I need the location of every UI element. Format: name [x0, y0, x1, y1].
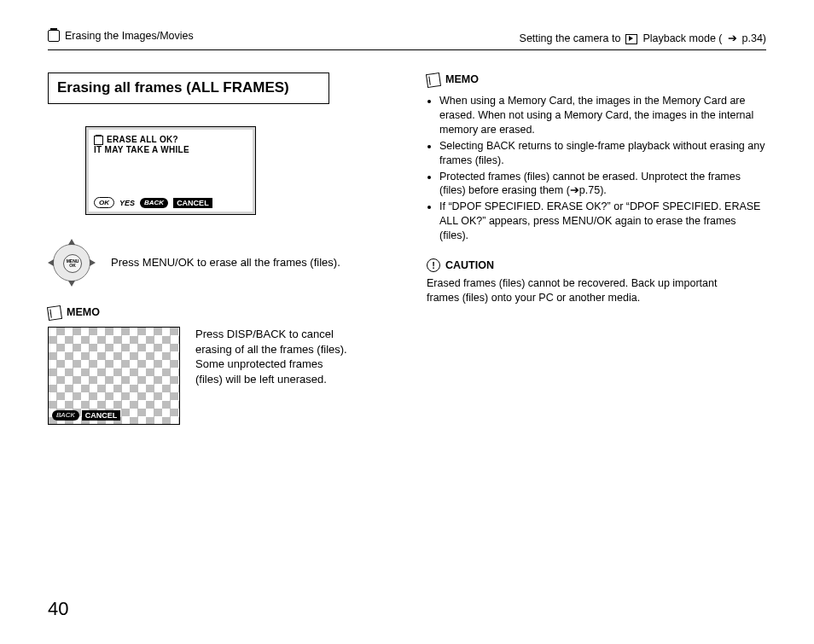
checker-cancel: CANCEL: [82, 410, 121, 421]
header-right-mode: Playback mode (: [642, 32, 722, 46]
arrow-icon: ➔: [728, 32, 737, 46]
caution-icon: !: [427, 258, 440, 272]
back-pill: BACK: [52, 410, 79, 421]
lcd-yes: YES: [119, 198, 135, 208]
memo-heading-right: MEMO: [427, 73, 766, 87]
back-pill: BACK: [140, 198, 168, 208]
header-right-prefix: Setting the camera to: [520, 32, 621, 46]
header-left: Erasing the Images/Movies: [48, 29, 194, 44]
instruction-1: Press MENU/OK to erase all the frames (f…: [111, 255, 340, 270]
memo-item: Selecting BACK returns to single-frame p…: [439, 139, 766, 168]
trash-icon: [48, 30, 60, 42]
lcd-line2: IT MAY TAKE A WHILE: [94, 145, 247, 155]
ok-pill: OK: [94, 197, 114, 208]
right-column: MEMO When using a Memory Card, the image…: [418, 73, 766, 425]
header-right: Setting the camera to Playback mode ( ➔ …: [520, 32, 766, 46]
memo-list: When using a Memory Card, the images in …: [439, 94, 766, 243]
memo-item: If “DPOF SPECIFIED. ERASE OK?” or “DPOF …: [439, 200, 766, 243]
caution-body: Erased frames (files) cannot be recovere…: [427, 276, 742, 305]
header-left-text: Erasing the Images/Movies: [65, 29, 194, 44]
dpad-icon: MENU OK: [48, 239, 96, 287]
section-title: Erasing all frames (ALL FRAMES): [48, 73, 329, 104]
lcd-footer: OK YES BACK CANCEL: [94, 197, 247, 208]
lcd-screen-checker: BACK CANCEL: [48, 327, 180, 425]
page-number: 40: [48, 596, 68, 622]
lcd-screen-erase: ERASE ALL OK? IT MAY TAKE A WHILE OK YES…: [85, 126, 256, 215]
trash-icon: [94, 136, 103, 145]
left-column: Erasing all frames (ALL FRAMES) ERASE AL…: [48, 73, 387, 425]
memo-label-text: MEMO: [67, 305, 100, 320]
memo-heading-left: MEMO: [48, 305, 387, 320]
lcd-line1: ERASE ALL OK?: [107, 135, 178, 145]
manual-page: Erasing the Images/Movies Setting the ca…: [0, 0, 814, 644]
instruction-2: Press DISP/BACK to cancel erasing of all…: [195, 327, 349, 386]
header-bar: Erasing the Images/Movies Setting the ca…: [48, 29, 766, 50]
memo-label-text-right: MEMO: [445, 73, 479, 87]
header-right-page: p.34): [742, 32, 767, 46]
lcd-cancel: CANCEL: [173, 198, 212, 208]
memo-icon: [426, 73, 441, 88]
memo-item: When using a Memory Card, the images in …: [439, 94, 766, 137]
memo-item: Protected frames (files) cannot be erase…: [439, 170, 766, 199]
caution-label-text: CAUTION: [445, 258, 494, 273]
playback-icon: [625, 34, 637, 44]
caution-heading: ! CAUTION: [427, 258, 766, 273]
memo-icon: [47, 305, 62, 321]
